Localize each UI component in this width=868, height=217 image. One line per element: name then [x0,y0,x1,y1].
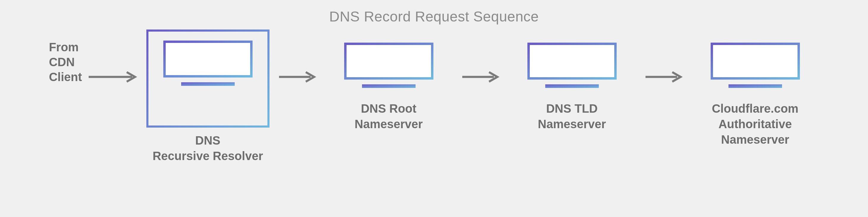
flow-arrow [278,43,316,111]
node-root-nameserver: DNS Root Nameserver [325,43,453,132]
flow-arrow [88,43,138,111]
svg-rect-35 [545,84,599,88]
arrow-icon [278,71,316,83]
server-icon [163,40,252,87]
flow-arrow [461,43,500,111]
server-icon [527,43,617,89]
server-icon [711,43,800,89]
svg-rect-11 [181,82,235,86]
node-label: Cloudflare.com Authoritative Nameserver [712,101,798,147]
svg-rect-47 [728,84,782,88]
node-label: DNS Recursive Resolver [133,133,282,164]
arrow-icon [644,71,683,83]
node-label: DNS TLD Nameserver [538,101,606,132]
node-tld-nameserver: DNS TLD Nameserver [508,43,636,132]
arrow-icon [461,71,500,83]
diagram-title: DNS Record Request Sequence [0,0,868,25]
node-label: DNS Root Nameserver [354,101,423,132]
arrow-icon [88,71,138,83]
diagram-flow: From CDN Client [0,43,868,147]
svg-rect-23 [362,84,415,88]
highlight-box: DNS Recursive Resolver [146,29,270,128]
node-authoritative-nameserver: Cloudflare.com Authoritative Nameserver [691,43,819,147]
source-label: From CDN Client [49,39,82,84]
server-icon [344,43,433,89]
flow-arrow [644,43,683,111]
node-recursive-resolver: DNS Recursive Resolver [146,29,270,128]
